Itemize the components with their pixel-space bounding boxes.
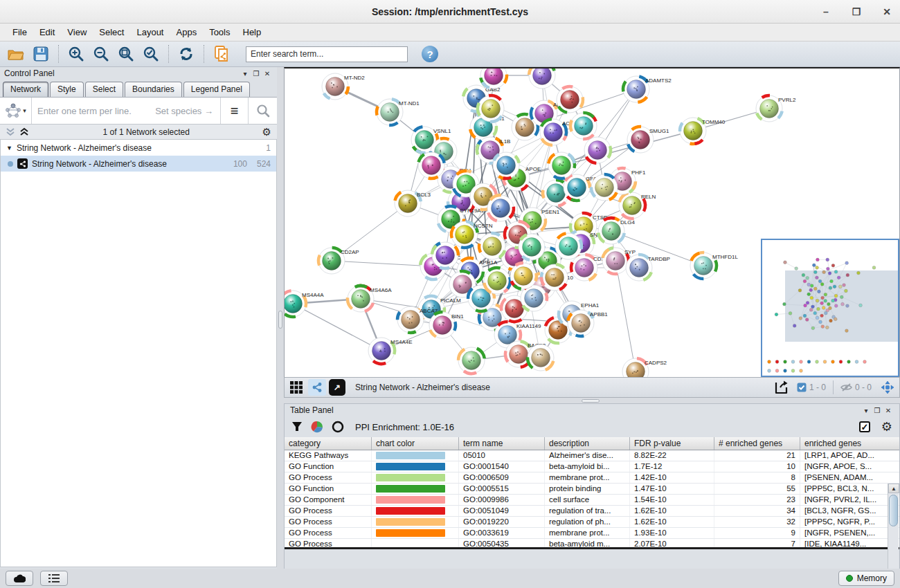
zoom-fit-button[interactable] [116, 44, 136, 64]
table-row[interactable]: GO ProcessGO:0051049regulation of tra...… [285, 506, 899, 517]
protein-node-smug1[interactable]: SMUG1 [622, 121, 669, 158]
string-query-input[interactable] [32, 98, 220, 124]
divider-grip[interactable] [582, 399, 600, 403]
menu-help[interactable]: Help [237, 25, 267, 39]
refresh-button[interactable] [176, 44, 197, 64]
panel-menu-icon[interactable]: ▾ [240, 70, 251, 77]
network-canvas[interactable]: MT-ND2MT-ND1VSNL1CD2APMS4A4AMS4A6AMS4A4E… [284, 67, 900, 377]
column-header-enriched-genes[interactable]: enriched genes [800, 437, 888, 450]
table-row[interactable]: GO ProcessGO:0033619membrane prot...1.93… [285, 528, 899, 539]
protein-node-tomm40[interactable]: TOMM40 [674, 112, 726, 149]
caret-down-icon[interactable]: ▼ [6, 145, 12, 151]
collapse-all-icon[interactable] [6, 127, 17, 137]
table-row[interactable]: GO ProcessGO:0006509membrane prot...1.42… [285, 472, 899, 484]
network-name: String Network - Alzheimer's disease [32, 159, 167, 169]
column-header-category[interactable]: category [285, 437, 372, 450]
column-header-chart-color[interactable]: chart color [372, 437, 459, 450]
column-header-term-name[interactable]: term name [459, 437, 545, 450]
gear-icon[interactable]: ⚙ [262, 127, 271, 137]
ring-chart-icon[interactable] [332, 421, 344, 433]
string-search-button[interactable] [248, 98, 277, 124]
protein-node[interactable] [454, 343, 489, 377]
float-panel-icon[interactable]: ❐ [872, 407, 883, 414]
birdseye-toggle-button[interactable] [879, 379, 897, 396]
open-session-button[interactable] [6, 44, 26, 64]
protein-node-mt-nd2[interactable]: MT-ND2 [318, 69, 365, 104]
divider-grip[interactable] [278, 311, 282, 329]
tab-legend-panel[interactable]: Legend Panel [183, 82, 250, 97]
tab-style[interactable]: Style [50, 82, 84, 97]
table-row[interactable]: GO ProcessGO:0019220regulation of ph...1… [285, 517, 899, 528]
protein-node-ms4a6a[interactable]: MS4A6A [342, 280, 392, 318]
menu-tools[interactable]: Tools [204, 25, 235, 39]
tree-row-root[interactable]: ▼ String Network - Alzheimer's disease 1 [1, 140, 276, 156]
cell-chart-color [372, 528, 459, 538]
menu-apps[interactable]: Apps [171, 25, 203, 39]
help-button[interactable]: ? [422, 46, 438, 62]
node-label: APH1A [479, 259, 498, 266]
menu-edit[interactable]: Edit [34, 25, 60, 39]
tree-row-network[interactable]: String Network - Alzheimer's disease 100… [1, 156, 276, 172]
save-session-button[interactable] [30, 44, 51, 64]
horizontal-divider[interactable] [284, 398, 900, 403]
maximize-button[interactable]: ❐ [849, 4, 864, 19]
table-row[interactable]: GO ComponentGO:0009986cell surface1.54E-… [285, 495, 899, 506]
protein-node-pvrl2[interactable]: PVRL2 [751, 91, 796, 127]
menu-view[interactable]: View [62, 25, 92, 39]
table-scrollbar[interactable]: ▲ ▼ [888, 484, 899, 582]
table-row[interactable]: KEGG Pathways05010Alzheimer's dise...8.8… [285, 450, 899, 461]
tab-network[interactable]: Network [3, 82, 48, 97]
close-panel-icon[interactable]: ✕ [262, 70, 273, 77]
grid-view-button[interactable] [287, 379, 305, 396]
minimize-button[interactable]: – [818, 4, 834, 19]
tab-select[interactable]: Select [85, 82, 123, 97]
memory-button[interactable]: Memory [838, 571, 894, 586]
table-row[interactable]: GO FunctionGO:0005515protein binding1.47… [285, 484, 899, 495]
table-row[interactable]: GO ProcessGO:0050435beta-amyloid m...2.0… [285, 539, 899, 549]
float-panel-icon[interactable]: ❐ [251, 70, 262, 77]
protein-node-mt-nd1[interactable]: MT-ND1 [371, 93, 420, 130]
select-terms-checkbox[interactable]: ✓ [859, 421, 870, 432]
string-view-button[interactable] [308, 379, 326, 396]
protein-node-cadps2[interactable]: CADPS2 [618, 353, 667, 377]
export-network-button[interactable] [772, 379, 790, 396]
search-input[interactable] [246, 46, 408, 62]
menu-select[interactable]: Select [93, 25, 129, 39]
zoom-out-button[interactable] [91, 44, 111, 64]
scrollbar-thumb[interactable] [889, 495, 898, 526]
zoom-selected-button[interactable] [141, 44, 161, 64]
open-folder-icon [8, 47, 24, 61]
column-header-FDR-p-value[interactable]: FDR p-value [630, 437, 714, 450]
protein-node-bcl3[interactable]: BCL3 [390, 185, 431, 222]
string-options-button[interactable]: ≡ [220, 98, 248, 124]
task-list-button[interactable] [40, 571, 68, 586]
menu-file[interactable]: File [7, 25, 33, 39]
filter-icon[interactable] [291, 421, 303, 432]
scroll-up-icon[interactable]: ▲ [888, 484, 899, 493]
settings-gear-icon[interactable]: ⚙ [881, 421, 892, 433]
copy-network-button[interactable] [211, 44, 232, 64]
column-header---enriched-genes[interactable]: # enriched genes [714, 437, 800, 450]
birdseye-viewport[interactable] [785, 270, 898, 342]
birdseye-view[interactable] [761, 239, 899, 377]
column-header-description[interactable]: description [545, 437, 630, 450]
pie-chart-icon[interactable] [311, 421, 323, 433]
protein-node-mthfd1l[interactable]: MTHFD1L [685, 247, 738, 284]
protein-node-cd2ap[interactable]: CD2AP [314, 244, 359, 277]
panel-divider[interactable] [277, 67, 284, 569]
close-panel-icon[interactable]: ✕ [883, 407, 894, 414]
table-row[interactable]: GO FunctionGO:0001540beta-amyloid bi...1… [285, 461, 899, 472]
task-history-button[interactable] [6, 571, 33, 586]
panel-menu-icon[interactable]: ▾ [861, 407, 872, 414]
string-logo-dropdown[interactable]: ▾ [0, 98, 32, 124]
protein-node-ms4a4e[interactable]: MS4A4E [363, 332, 412, 369]
zoom-in-button[interactable] [66, 44, 87, 64]
menu-layout[interactable]: Layout [131, 25, 169, 39]
tab-boundaries[interactable]: Boundaries [125, 82, 182, 97]
protein-node-ms4a4a[interactable]: MS4A4A [285, 286, 324, 322]
expand-all-icon[interactable] [19, 127, 30, 137]
protein-node[interactable] [525, 68, 560, 93]
close-button[interactable]: ✕ [879, 4, 894, 19]
cell-fdr: 1.93E-10 [630, 528, 714, 538]
open-in-browser-button[interactable]: ↗ [329, 379, 345, 396]
